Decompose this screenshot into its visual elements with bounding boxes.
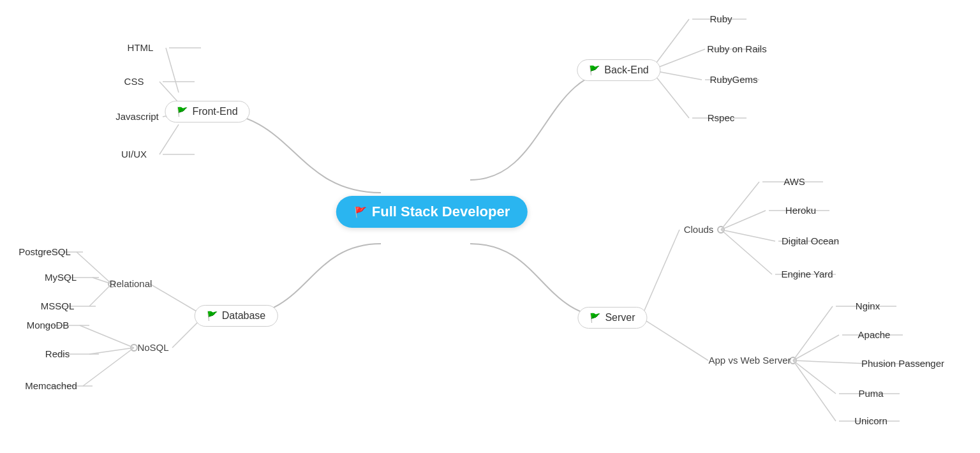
node-ui/ux: UI/UX bbox=[121, 149, 147, 160]
node-back-end: 🚩 Back-End bbox=[577, 59, 660, 81]
node-aws: AWS bbox=[783, 176, 805, 188]
svg-line-42 bbox=[721, 230, 775, 241]
svg-line-48 bbox=[793, 306, 833, 360]
svg-line-29 bbox=[80, 325, 134, 348]
node-relational: Relational bbox=[110, 278, 152, 290]
node-redis: Redis bbox=[45, 348, 70, 360]
node-ruby-on-rails: Ruby on Rails bbox=[707, 43, 766, 55]
node-clouds: Clouds bbox=[684, 224, 714, 235]
node-server: 🚩 Server bbox=[577, 307, 647, 329]
svg-point-47 bbox=[790, 357, 796, 364]
node-front-end: 🚩 Front-End bbox=[165, 101, 249, 123]
node-database: 🚩 Database bbox=[195, 305, 278, 327]
node-engine-yard: Engine Yard bbox=[781, 269, 833, 280]
node-memcached: Memcached bbox=[25, 380, 77, 392]
node-apache: Apache bbox=[858, 329, 891, 341]
node-css: CSS bbox=[124, 76, 144, 87]
svg-line-7 bbox=[160, 124, 179, 154]
node-postgresql: PostgreSQL bbox=[19, 246, 71, 258]
node-mysql: MySQL bbox=[45, 272, 77, 283]
svg-line-33 bbox=[83, 348, 134, 386]
node-full-stack-developer: 🚩 Full Stack Developer bbox=[336, 196, 528, 228]
svg-line-52 bbox=[793, 360, 868, 364]
svg-line-23 bbox=[93, 278, 112, 284]
svg-line-25 bbox=[89, 284, 112, 306]
node-digital-ocean: Digital Ocean bbox=[782, 235, 839, 247]
svg-line-56 bbox=[793, 360, 836, 421]
mind-map: 🚩 Full Stack Developer🚩 Front-EndHTMLCSS… bbox=[0, 0, 980, 453]
node-nosql: NoSQL bbox=[137, 342, 168, 353]
svg-line-21 bbox=[77, 252, 112, 284]
node-rubygems: RubyGems bbox=[709, 74, 757, 85]
node-puma: Puma bbox=[858, 388, 883, 399]
node-rspec: Rspec bbox=[708, 112, 735, 124]
svg-point-28 bbox=[131, 345, 137, 351]
svg-line-31 bbox=[89, 348, 134, 354]
node-app-vs-web-server: App vs Web Server bbox=[709, 355, 791, 366]
node-heroku: Heroku bbox=[785, 205, 816, 216]
node-html: HTML bbox=[128, 42, 154, 54]
node-mongodb: MongoDB bbox=[27, 320, 70, 331]
svg-line-36 bbox=[641, 230, 679, 318]
svg-line-46 bbox=[641, 318, 708, 360]
svg-line-38 bbox=[721, 182, 759, 230]
node-mssql: MSSQL bbox=[41, 301, 75, 312]
svg-line-44 bbox=[721, 230, 772, 274]
node-ruby: Ruby bbox=[709, 13, 732, 25]
svg-point-37 bbox=[718, 226, 724, 233]
svg-line-3 bbox=[160, 82, 179, 103]
svg-line-54 bbox=[793, 360, 836, 394]
svg-line-1 bbox=[166, 48, 179, 93]
node-javascript: Javascript bbox=[115, 111, 159, 123]
svg-line-50 bbox=[793, 335, 839, 360]
svg-line-40 bbox=[721, 211, 766, 230]
node-nginx: Nginx bbox=[856, 301, 880, 312]
node-phusion-passenger: Phusion Passenger bbox=[861, 358, 944, 369]
node-unicorn: Unicorn bbox=[854, 415, 887, 427]
